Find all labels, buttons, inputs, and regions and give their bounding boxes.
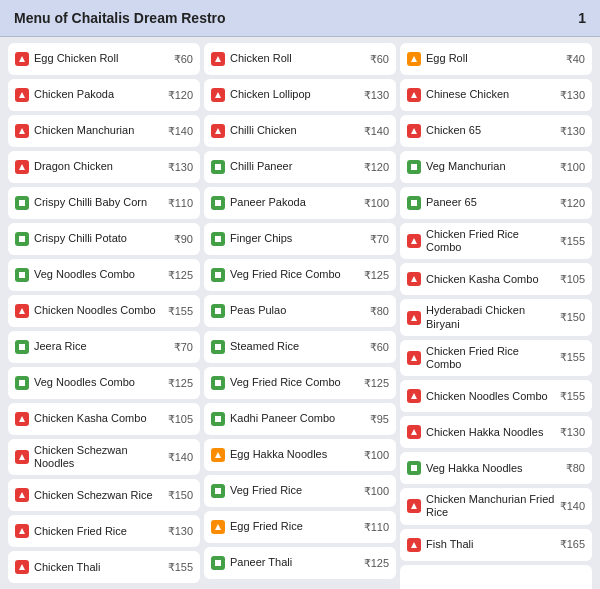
item-price: ₹70 bbox=[370, 233, 389, 246]
svg-marker-1 bbox=[19, 92, 25, 98]
menu-item[interactable]: Chicken 65₹130 bbox=[400, 115, 592, 147]
menu-item[interactable]: Chicken Noodles Combo₹155 bbox=[8, 295, 200, 327]
item-name: Veg Fried Rice Combo bbox=[230, 376, 359, 389]
item-type-icon bbox=[211, 232, 225, 246]
item-name: Chicken Noodles Combo bbox=[34, 304, 163, 317]
item-type-icon bbox=[407, 499, 421, 513]
menu-item[interactable]: Crispy Chilli Potato₹90 bbox=[8, 223, 200, 255]
menu-item[interactable]: Paneer Pakoda₹100 bbox=[204, 187, 396, 219]
item-price: ₹70 bbox=[174, 341, 193, 354]
menu-item[interactable]: Chicken Kasha Combo₹105 bbox=[8, 403, 200, 435]
item-price: ₹140 bbox=[168, 451, 193, 464]
svg-rect-5 bbox=[19, 236, 25, 242]
item-type-icon bbox=[211, 484, 225, 498]
item-price: ₹150 bbox=[168, 489, 193, 502]
svg-marker-28 bbox=[215, 524, 221, 530]
menu-item[interactable]: Hyderabadi Chicken Biryani₹150 bbox=[400, 299, 592, 335]
item-name: Chicken Lollipop bbox=[230, 88, 359, 101]
menu-item[interactable]: Paneer Thali₹125 bbox=[204, 547, 396, 579]
item-name: Chicken 65 bbox=[426, 124, 555, 137]
menu-item[interactable]: Veg Fried Rice₹100 bbox=[204, 475, 396, 507]
item-name: Jeera Rice bbox=[34, 340, 169, 353]
menu-item[interactable]: Veg Fried Rice Combo₹125 bbox=[204, 259, 396, 291]
svg-rect-22 bbox=[215, 308, 221, 314]
item-price: ₹110 bbox=[168, 197, 193, 210]
menu-item[interactable]: Chicken Fried Rice Combo₹155 bbox=[400, 223, 592, 259]
item-type-icon bbox=[15, 450, 29, 464]
item-price: ₹165 bbox=[560, 538, 585, 551]
menu-item[interactable]: Jeera Rice₹70 bbox=[8, 331, 200, 363]
item-price: ₹130 bbox=[364, 89, 389, 102]
menu-item[interactable]: Veg Noodles Combo₹125 bbox=[8, 367, 200, 399]
menu-item[interactable]: Paneer 65₹120 bbox=[400, 187, 592, 219]
item-type-icon bbox=[15, 340, 29, 354]
menu-item[interactable] bbox=[400, 565, 592, 590]
menu-item[interactable]: Chicken Manchurian₹140 bbox=[8, 115, 200, 147]
item-name: Egg Fried Rice bbox=[230, 520, 359, 533]
item-name: Chicken Schezwan Noodles bbox=[34, 444, 163, 470]
item-type-icon bbox=[15, 88, 29, 102]
menu-item[interactable]: Veg Noodles Combo₹125 bbox=[8, 259, 200, 291]
menu-item[interactable]: Chicken Manchurian Fried Rice₹140 bbox=[400, 488, 592, 524]
menu-item[interactable]: Egg Roll₹40 bbox=[400, 43, 592, 75]
svg-marker-38 bbox=[411, 355, 417, 361]
menu-item[interactable]: Dragon Chicken₹130 bbox=[8, 151, 200, 183]
item-name: Paneer 65 bbox=[426, 196, 555, 209]
item-type-icon bbox=[15, 560, 29, 574]
menu-item[interactable]: Veg Manchurian₹100 bbox=[400, 151, 592, 183]
item-type-icon bbox=[15, 232, 29, 246]
item-type-icon bbox=[407, 425, 421, 439]
menu-item[interactable]: Chicken Thali₹155 bbox=[8, 551, 200, 583]
item-name: Hyderabadi Chicken Biryani bbox=[426, 304, 555, 330]
item-type-icon bbox=[211, 124, 225, 138]
item-type-icon bbox=[211, 160, 225, 174]
menu-item[interactable]: Chicken Hakka Noodles₹130 bbox=[400, 416, 592, 448]
menu-grid: Egg Chicken Roll₹60Chicken Pakoda₹120Chi… bbox=[0, 37, 600, 589]
menu-item[interactable]: Kadhi Paneer Combo₹95 bbox=[204, 403, 396, 435]
column-2: Chicken Roll₹60Chicken Lollipop₹130Chill… bbox=[202, 43, 398, 589]
svg-marker-36 bbox=[411, 276, 417, 282]
item-name: Chicken Thali bbox=[34, 561, 163, 574]
menu-item[interactable]: Egg Chicken Roll₹60 bbox=[8, 43, 200, 75]
item-type-icon bbox=[211, 88, 225, 102]
menu-item[interactable]: Chicken Lollipop₹130 bbox=[204, 79, 396, 111]
menu-item[interactable]: Chicken Fried Rice₹130 bbox=[8, 515, 200, 547]
menu-item[interactable]: Crispy Chilli Baby Corn₹110 bbox=[8, 187, 200, 219]
item-type-icon bbox=[407, 461, 421, 475]
item-name: Chicken Schezwan Rice bbox=[34, 489, 163, 502]
menu-item[interactable]: Chinese Chicken₹130 bbox=[400, 79, 592, 111]
menu-item[interactable]: Chicken Fried Rice Combo₹155 bbox=[400, 340, 592, 376]
item-name: Veg Manchurian bbox=[426, 160, 555, 173]
item-type-icon bbox=[407, 272, 421, 286]
item-price: ₹125 bbox=[168, 269, 193, 282]
item-name: Chicken Fried Rice bbox=[34, 525, 163, 538]
menu-item[interactable]: Veg Hakka Noodles₹80 bbox=[400, 452, 592, 484]
svg-rect-18 bbox=[215, 164, 221, 170]
item-name: Crispy Chilli Baby Corn bbox=[34, 196, 163, 209]
item-name: Peas Pulao bbox=[230, 304, 365, 317]
menu-item[interactable]: Chicken Pakoda₹120 bbox=[8, 79, 200, 111]
menu-item[interactable]: Fish Thali₹165 bbox=[400, 529, 592, 561]
item-price: ₹80 bbox=[370, 305, 389, 318]
item-name: Egg Roll bbox=[426, 52, 561, 65]
item-name: Fish Thali bbox=[426, 538, 555, 551]
item-price: ₹155 bbox=[560, 390, 585, 403]
menu-item[interactable]: Egg Hakka Noodles₹100 bbox=[204, 439, 396, 471]
item-name: Chilli Paneer bbox=[230, 160, 359, 173]
menu-item[interactable]: Egg Fried Rice₹110 bbox=[204, 511, 396, 543]
menu-item[interactable]: Chicken Noodles Combo₹155 bbox=[400, 380, 592, 412]
menu-item[interactable]: Chicken Schezwan Rice₹150 bbox=[8, 479, 200, 511]
menu-item[interactable]: Chicken Schezwan Noodles₹140 bbox=[8, 439, 200, 475]
menu-item[interactable]: Peas Pulao₹80 bbox=[204, 295, 396, 327]
svg-rect-9 bbox=[19, 380, 25, 386]
item-name: Chicken Kasha Combo bbox=[426, 273, 555, 286]
menu-item[interactable]: Chilli Chicken₹140 bbox=[204, 115, 396, 147]
menu-item[interactable]: Chilli Paneer₹120 bbox=[204, 151, 396, 183]
menu-item[interactable]: Steamed Rice₹60 bbox=[204, 331, 396, 363]
menu-item[interactable]: Finger Chips₹70 bbox=[204, 223, 396, 255]
svg-marker-7 bbox=[19, 308, 25, 314]
menu-item[interactable]: Chicken Kasha Combo₹105 bbox=[400, 263, 592, 295]
menu-item[interactable]: Chicken Roll₹60 bbox=[204, 43, 396, 75]
menu-item[interactable]: Veg Fried Rice Combo₹125 bbox=[204, 367, 396, 399]
item-name: Chicken Kasha Combo bbox=[34, 412, 163, 425]
